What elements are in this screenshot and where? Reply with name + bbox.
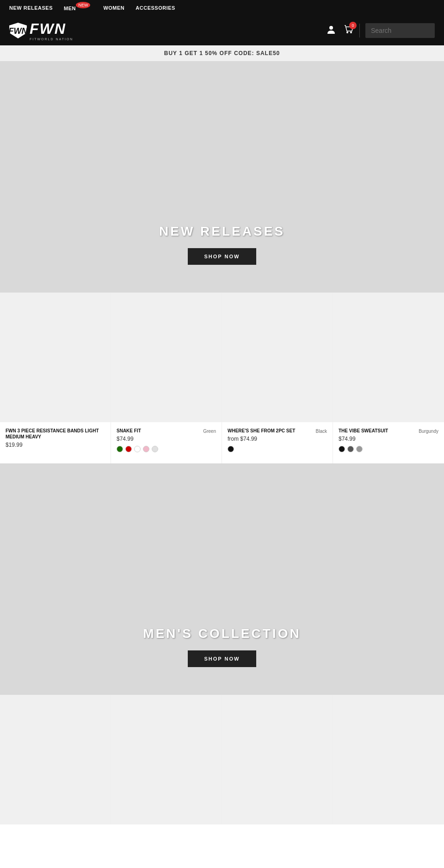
svg-point-3 xyxy=(346,31,348,33)
swatch-green[interactable] xyxy=(117,446,123,452)
product-card-7 xyxy=(222,695,333,824)
bottom-spacer xyxy=(0,824,444,868)
promo-text: BUY 1 GET 1 50% OFF CODE: SALE50 xyxy=(164,50,280,56)
products-grid-1: FWN 3 PIECE RESISTANCE BANDS LIGHT MEDIU… xyxy=(0,293,444,463)
svg-point-2 xyxy=(329,26,333,30)
products-section-1: FWN 3 PIECE RESISTANCE BANDS LIGHT MEDIU… xyxy=(0,293,444,463)
hero-section-new-releases: NEW RELEASES SHOP NOW xyxy=(0,61,444,293)
swatch-black[interactable] xyxy=(228,446,234,452)
products-grid-2 xyxy=(0,695,444,824)
product-swatches-4 xyxy=(339,446,438,452)
header-divider xyxy=(359,24,360,37)
product-image-2 xyxy=(111,293,222,422)
product-info-4: THE VIBE SWEATSUIT Burgundy $74.99 xyxy=(333,422,444,456)
cart-count-badge: 0 xyxy=(349,22,357,29)
search-input[interactable] xyxy=(365,23,435,38)
product-name-3: WHERE'S SHE FROM 2PC SET xyxy=(228,428,295,434)
product-image-6 xyxy=(111,695,222,824)
product-swatches-3 xyxy=(228,446,327,452)
product-info-1: FWN 3 PIECE RESISTANCE BANDS LIGHT MEDIU… xyxy=(0,422,111,456)
nav-women[interactable]: WOMEN xyxy=(103,5,124,11)
site-header: FWN FWN FITWORLD NATION 0 xyxy=(0,16,444,45)
product-card-5 xyxy=(0,695,111,824)
logo[interactable]: FWN FWN FITWORLD NATION xyxy=(9,20,73,41)
product-name-2: SNAKE FIT xyxy=(117,428,141,434)
hero2-shop-now-button[interactable]: SHOP NOW xyxy=(188,650,257,667)
hero1-shop-now-button[interactable]: SHOP NOW xyxy=(188,248,257,265)
product-name-1: FWN 3 PIECE RESISTANCE BANDS LIGHT MEDIU… xyxy=(6,428,105,440)
product-card-8 xyxy=(333,695,444,824)
products-section-2 xyxy=(0,695,444,868)
nav-accessories[interactable]: ACCESSORIES xyxy=(136,5,175,11)
header-icons-group: 0 xyxy=(326,25,354,37)
hero-title-mens: MEN'S COLLECTION xyxy=(143,626,301,641)
top-navigation: NEW RELEASES MEN NEW WOMEN ACCESSORIES xyxy=(0,0,444,16)
nav-men[interactable]: MEN xyxy=(64,6,76,11)
svg-point-4 xyxy=(350,31,352,33)
product-price-2: $74.99 xyxy=(117,436,216,442)
header-actions: 0 xyxy=(326,23,435,38)
product-swatches-2 xyxy=(117,446,216,452)
logo-subtext: FITWORLD NATION xyxy=(30,37,73,41)
swatch-black-4[interactable] xyxy=(339,446,345,452)
promo-banner: BUY 1 GET 1 50% OFF CODE: SALE50 xyxy=(0,45,444,61)
nav-new-releases[interactable]: NEW RELEASES xyxy=(9,5,53,11)
product-card-4: THE VIBE SWEATSUIT Burgundy $74.99 xyxy=(333,293,444,463)
product-price-1: $19.99 xyxy=(6,442,105,448)
product-image-1 xyxy=(0,293,111,422)
men-badge: NEW xyxy=(76,2,90,8)
account-button[interactable] xyxy=(326,25,336,37)
swatch-pink[interactable] xyxy=(143,446,149,452)
hero-section-mens-collection: MEN'S COLLECTION SHOP NOW xyxy=(0,463,444,695)
product-image-3 xyxy=(222,293,333,422)
product-color-label-3: Black xyxy=(316,429,327,436)
product-card-2: SNAKE FIT Green $74.99 xyxy=(111,293,222,463)
logo-text: FWN xyxy=(30,20,66,37)
swatch-gray-4[interactable] xyxy=(356,446,363,452)
product-card-3: WHERE'S SHE FROM 2PC SET Black from $74.… xyxy=(222,293,333,463)
swatch-white[interactable] xyxy=(134,446,141,452)
product-image-8 xyxy=(333,695,444,824)
account-icon xyxy=(326,25,336,35)
product-row-header-2: SNAKE FIT Green xyxy=(117,428,216,436)
product-row-header-4: THE VIBE SWEATSUIT Burgundy xyxy=(339,428,438,436)
product-card-6 xyxy=(111,695,222,824)
product-image-4 xyxy=(333,293,444,422)
swatch-lightgray[interactable] xyxy=(152,446,158,452)
product-price-4: $74.99 xyxy=(339,436,438,442)
swatch-red[interactable] xyxy=(125,446,132,452)
svg-text:FWN: FWN xyxy=(9,26,27,36)
product-name-4: THE VIBE SWEATSUIT xyxy=(339,428,388,434)
logo-shield-icon: FWN xyxy=(9,23,27,38)
product-info-2: SNAKE FIT Green $74.99 xyxy=(111,422,222,456)
product-color-label-2: Green xyxy=(203,429,216,434)
product-price-3: from $74.99 xyxy=(228,436,327,442)
hero-title-new-releases: NEW RELEASES xyxy=(159,224,285,239)
product-row-header-3: WHERE'S SHE FROM 2PC SET Black xyxy=(228,428,327,436)
cart-button[interactable]: 0 xyxy=(344,25,354,37)
product-image-7 xyxy=(222,695,333,824)
swatch-darkgray-4[interactable] xyxy=(347,446,354,452)
product-card-1: FWN 3 PIECE RESISTANCE BANDS LIGHT MEDIU… xyxy=(0,293,111,463)
product-color-label-4: Burgundy xyxy=(419,429,438,436)
product-info-3: WHERE'S SHE FROM 2PC SET Black from $74.… xyxy=(222,422,333,456)
product-image-5 xyxy=(0,695,111,824)
